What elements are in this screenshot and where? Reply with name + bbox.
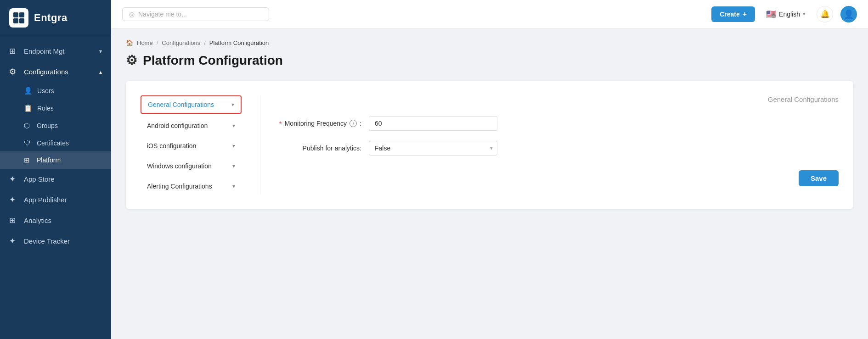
search-box[interactable]: ◎ Navigate me to... [122, 7, 269, 21]
info-icon[interactable]: i [349, 120, 357, 127]
publish-analytics-label: Publish for analytics: [279, 144, 361, 152]
users-icon: 👤 [24, 87, 33, 95]
sidebar-item-label: Endpoint Mgt [24, 47, 64, 55]
sidebar-item-configurations[interactable]: ⚙ Configurations ▴ [0, 61, 111, 82]
config-form-section-title: General Configurations [279, 95, 839, 103]
language-selector[interactable]: 🇺🇸 English ▾ [762, 7, 809, 21]
sidebar-item-platform[interactable]: ⊞ Platform [0, 151, 111, 169]
certificates-icon: 🛡 [24, 139, 32, 147]
chevron-down-icon: ▾ [803, 11, 806, 17]
sidebar-navigation: ⊞ Endpoint Mgt ▾ ⚙ Configurations ▴ 👤 Us… [0, 36, 111, 339]
monitoring-frequency-label: * Monitoring Frequency i : [279, 120, 361, 128]
topbar: ◎ Navigate me to... Create + 🇺🇸 English … [111, 0, 868, 28]
sidebar-item-label: Roles [37, 105, 54, 112]
breadcrumb: 🏠 Home / Configurations / Platform Confi… [126, 39, 853, 46]
config-section-android[interactable]: Android configuration ▾ [141, 117, 242, 134]
sidebar-item-app-publisher[interactable]: ✦ App Publisher [0, 189, 111, 210]
device-tracker-icon: ✦ [9, 236, 18, 246]
sidebar-item-roles[interactable]: 📋 Roles [0, 100, 111, 117]
flag-icon: 🇺🇸 [766, 9, 776, 19]
config-section-alerting[interactable]: Alerting Configurations ▾ [141, 178, 242, 195]
sidebar-item-label: Configurations [24, 68, 68, 76]
gear-icon: ⚙ [126, 53, 137, 68]
monitoring-frequency-input[interactable] [369, 116, 497, 131]
platform-icon: ⊞ [24, 156, 32, 164]
required-indicator: * [279, 120, 282, 128]
roles-icon: 📋 [24, 104, 33, 112]
chevron-down-icon: ▾ [99, 48, 102, 55]
svg-rect-0 [13, 12, 18, 17]
sidebar-item-label: Platform [37, 156, 61, 164]
sidebar-item-label: Users [37, 87, 54, 94]
endpoint-mgt-icon: ⊞ [9, 46, 18, 56]
config-sections-list: General Configurations ▾ Android configu… [141, 95, 242, 195]
publish-analytics-select-wrap: False True ▾ [369, 141, 497, 156]
svg-rect-1 [19, 12, 24, 17]
plus-icon: + [743, 10, 747, 18]
label-colon: : [360, 120, 361, 127]
logo-text: Entgra [34, 12, 68, 24]
home-icon: 🏠 [126, 39, 133, 46]
alerting-config-label: Alerting Configurations [147, 183, 212, 190]
page-content: 🏠 Home / Configurations / Platform Confi… [111, 28, 868, 339]
breadcrumb-sep-1: / [157, 39, 158, 46]
monitoring-frequency-row: * Monitoring Frequency i : [279, 116, 839, 131]
chevron-up-icon: ▴ [99, 69, 102, 75]
sidebar-item-label: Groups [37, 122, 58, 129]
sidebar-item-label: Certificates [37, 139, 69, 147]
save-button[interactable]: Save [799, 170, 839, 186]
sidebar-item-label: App Publisher [24, 196, 67, 204]
main-area: ◎ Navigate me to... Create + 🇺🇸 English … [111, 0, 868, 339]
breadcrumb-configurations[interactable]: Configurations [162, 39, 200, 46]
publish-analytics-row: Publish for analytics: False True ▾ [279, 141, 839, 156]
config-form: General Configurations * Monitoring Freq… [279, 95, 839, 195]
logo-icon [9, 8, 28, 28]
analytics-icon: ⊞ [9, 216, 18, 225]
sidebar-item-certificates[interactable]: 🛡 Certificates [0, 134, 111, 151]
sidebar-item-endpoint-mgt[interactable]: ⊞ Endpoint Mgt ▾ [0, 41, 111, 61]
user-icon: 👤 [844, 9, 854, 19]
app-store-icon: ✦ [9, 174, 18, 184]
topbar-right: Create + 🇺🇸 English ▾ 🔔 👤 [711, 6, 857, 22]
breadcrumb-home[interactable]: Home [137, 39, 153, 46]
chevron-down-icon: ▾ [232, 163, 235, 169]
user-avatar-button[interactable]: 👤 [840, 6, 857, 22]
sidebar-item-app-store[interactable]: ✦ App Store [0, 169, 111, 189]
bell-icon: 🔔 [820, 9, 830, 19]
app-publisher-icon: ✦ [9, 195, 18, 205]
create-label: Create [720, 11, 740, 18]
config-divider [260, 95, 260, 195]
monitoring-frequency-label-text: Monitoring Frequency [285, 120, 347, 127]
sidebar-item-label: Device Tracker [24, 237, 70, 245]
ios-config-label: iOS configuration [147, 142, 196, 150]
configurations-icon: ⚙ [9, 67, 18, 77]
sidebar: Entgra ⊞ Endpoint Mgt ▾ ⚙ Configurations… [0, 0, 111, 339]
sidebar-item-groups[interactable]: ⬡ Groups [0, 117, 111, 134]
notification-button[interactable]: 🔔 [817, 6, 833, 22]
sidebar-item-analytics[interactable]: ⊞ Analytics [0, 210, 111, 231]
publish-analytics-select[interactable]: False True [369, 141, 497, 156]
chevron-down-icon: ▾ [232, 183, 235, 189]
publish-analytics-label-text: Publish for analytics: [303, 144, 361, 152]
breadcrumb-sep-2: / [204, 39, 206, 46]
chevron-down-icon: ▾ [231, 101, 234, 108]
save-row: Save [279, 170, 839, 186]
svg-rect-2 [13, 18, 18, 23]
page-title: ⚙ Platform Configuration [126, 53, 853, 68]
create-button[interactable]: Create + [711, 6, 755, 22]
sidebar-logo: Entgra [0, 0, 111, 36]
config-section-general[interactable]: General Configurations ▾ [141, 95, 242, 114]
config-card: General Configurations ▾ Android configu… [126, 81, 853, 209]
chevron-down-icon: ▾ [232, 122, 235, 129]
chevron-down-icon: ▾ [232, 143, 235, 149]
page-title-text: Platform Configuration [143, 53, 283, 68]
general-configs-label: General Configurations [148, 101, 214, 108]
config-section-ios[interactable]: iOS configuration ▾ [141, 138, 242, 154]
android-config-label: Android configuration [147, 122, 208, 129]
sidebar-item-users[interactable]: 👤 Users [0, 82, 111, 100]
windows-config-label: Windows configuration [147, 162, 212, 170]
sidebar-item-label: Analytics [24, 217, 51, 224]
sidebar-item-device-tracker[interactable]: ✦ Device Tracker [0, 231, 111, 251]
config-section-windows[interactable]: Windows configuration ▾ [141, 158, 242, 174]
search-placeholder: Navigate me to... [138, 11, 187, 18]
